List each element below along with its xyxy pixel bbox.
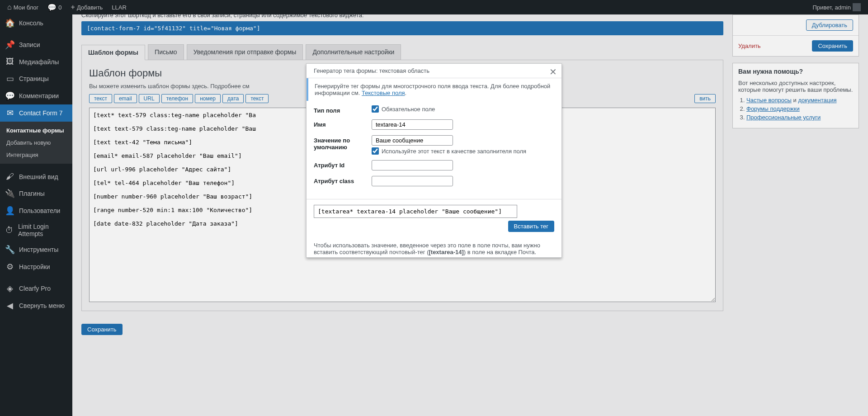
required-checkbox[interactable] <box>372 105 379 113</box>
name-input[interactable] <box>372 119 453 130</box>
placeholder-checkbox-label[interactable]: Используйте этот текст в качестве заполн… <box>372 147 554 155</box>
placeholder-checkbox[interactable] <box>372 147 379 155</box>
tag-generator-modal: Генератор тега формы: текстовая область … <box>306 63 562 258</box>
label-id: Атрибут Id <box>314 160 372 169</box>
modal-info-link[interactable]: Текстовые поля <box>362 90 405 96</box>
modal-overlay[interactable]: Генератор тега формы: текстовая область … <box>0 0 868 416</box>
label-default: Значение по умолчанию <box>314 135 372 151</box>
class-input[interactable] <box>372 176 453 186</box>
label-name: Имя <box>314 119 372 128</box>
required-checkbox-label[interactable]: Обязательное поле <box>372 105 554 113</box>
tag-output[interactable] <box>314 205 517 218</box>
modal-header: Генератор тега формы: текстовая область … <box>307 64 561 78</box>
modal-info: Генерируйте тег формы для многострочного… <box>307 78 561 101</box>
id-input[interactable] <box>372 160 453 170</box>
label-type: Тип поля <box>314 105 372 114</box>
default-input[interactable] <box>372 135 453 146</box>
insert-tag-button[interactable]: Вставить тег <box>508 221 555 232</box>
modal-close-button[interactable]: ✕ <box>549 66 557 77</box>
modal-hint: Чтобы использовать значение, введенное ч… <box>307 237 561 257</box>
label-class: Атрибут class <box>314 176 372 184</box>
